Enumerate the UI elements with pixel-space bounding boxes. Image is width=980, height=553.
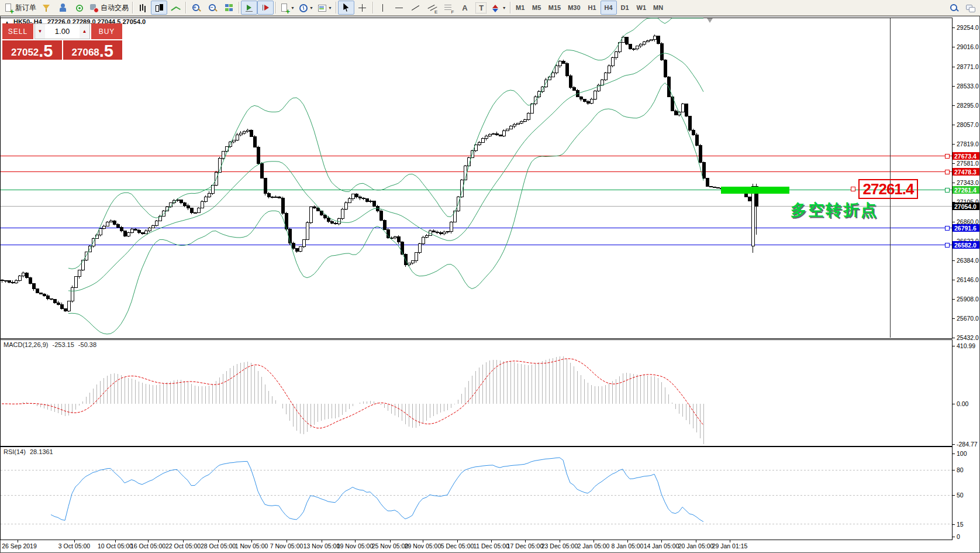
rsi-tick-label: 0 (957, 533, 960, 540)
candle (425, 235, 428, 237)
macd-tick-label: -284.77 (957, 441, 978, 448)
candle (348, 199, 351, 202)
candle (625, 37, 628, 44)
callout-anchor-square (851, 187, 855, 191)
candle (636, 46, 639, 49)
candle (372, 201, 375, 206)
macd-panel (1, 340, 953, 446)
time-axis-label: 29 Jan 01:15 (712, 542, 748, 549)
time-axis-label: 3 Oct 05:00 (58, 542, 90, 549)
candle (274, 197, 277, 197)
candle (520, 121, 523, 123)
candle (523, 119, 526, 121)
candle (29, 278, 32, 284)
candle (204, 197, 207, 201)
time-axis-label: 13 Nov 05:00 (303, 542, 340, 549)
candle (74, 277, 77, 288)
candle (572, 87, 575, 91)
candle (250, 130, 253, 136)
candle (120, 228, 123, 231)
time-axis-label: 8 Jan 05:00 (612, 542, 644, 549)
sell-button[interactable]: SELL (2, 23, 33, 39)
candle (134, 229, 137, 230)
candle (148, 228, 151, 231)
candle (278, 197, 281, 198)
candle (639, 44, 642, 46)
candle (422, 238, 425, 244)
time-axis-label: 1 Nov 05:00 (235, 542, 268, 549)
time-axis-label: 26 Sep 2019 (2, 542, 37, 549)
price-tick-label: 28533.0 (957, 83, 979, 90)
candle (46, 296, 49, 298)
candle (516, 123, 519, 125)
candle (243, 131, 246, 133)
hline-marker (946, 243, 950, 247)
candle (36, 289, 39, 293)
candle (464, 166, 467, 180)
candle (565, 63, 568, 75)
level-callout[interactable]: 27261.4 (858, 179, 918, 199)
candle (681, 104, 684, 112)
candle (292, 243, 295, 249)
candle (116, 225, 119, 228)
buy-price[interactable]: 27068.5 (63, 40, 123, 60)
candle (611, 58, 614, 66)
candle (643, 42, 646, 44)
candle (593, 91, 596, 99)
price-tick-label: 27819.0 (957, 140, 979, 147)
candle (590, 99, 593, 103)
time-axis-label: 20 Jan 05:00 (678, 542, 714, 549)
candle (78, 270, 81, 277)
candle (601, 80, 603, 85)
volume-up-button[interactable]: ▲ (80, 24, 89, 39)
volume-down-button[interactable]: ▼ (35, 24, 45, 39)
price-tick-label: 27581.0 (957, 160, 979, 167)
time-axis-label: 2 Jan 05:00 (578, 542, 610, 549)
candle (709, 187, 712, 187)
candle (527, 114, 530, 119)
candle (32, 283, 35, 289)
price-badge-label: 27478.3 (954, 169, 976, 176)
candle (151, 225, 154, 228)
time-axis-label: 28 Oct 05:00 (201, 542, 236, 549)
candle (394, 237, 396, 238)
time-axis-label: 16 Oct 05:00 (130, 542, 165, 549)
candle (379, 211, 382, 220)
candle (71, 287, 74, 301)
candle (629, 44, 632, 49)
highlight-bar[interactable] (721, 187, 789, 194)
candle (208, 193, 211, 197)
rsi-tick-label: 100 (957, 450, 967, 457)
time-axis-label: 29 Nov 05:00 (405, 542, 441, 549)
candle (222, 152, 225, 158)
hline-marker (946, 226, 950, 230)
candle (586, 102, 589, 103)
candle (1, 280, 4, 281)
candle (660, 44, 663, 60)
candle (313, 207, 316, 208)
candle (713, 187, 716, 187)
time-axis-label: 14 Jan 05:00 (644, 542, 679, 549)
sell-price[interactable]: 27052.5 (2, 40, 62, 60)
candle (622, 37, 624, 43)
volume-input[interactable] (45, 24, 80, 39)
time-axis-label: 22 Oct 05:00 (165, 542, 201, 549)
price-tick-label: 28295.0 (957, 102, 979, 109)
candle (194, 212, 196, 213)
candle (236, 135, 239, 140)
candle (67, 301, 70, 311)
candle (295, 249, 298, 252)
rsi-tick-label: 50 (957, 492, 964, 499)
candle (702, 163, 705, 178)
turning-point-label[interactable]: 多空转折点 (791, 200, 878, 221)
candle (11, 282, 14, 283)
buy-button[interactable]: BUY (91, 23, 122, 39)
candle (674, 111, 677, 115)
rsi-tick-label: 80 (957, 466, 964, 473)
candle (604, 73, 607, 80)
chart-canvas[interactable]: 29254.029016.028771.028533.028295.028057… (0, 0, 980, 553)
time-axis-label: 5 Dec 05:00 (441, 542, 474, 549)
price-badge-label: 27261.4 (954, 187, 976, 194)
candle (685, 104, 688, 116)
one-click-trading-panel: SELL ▼ ▲ BUY 27052.5 27068.5 (2, 23, 122, 60)
